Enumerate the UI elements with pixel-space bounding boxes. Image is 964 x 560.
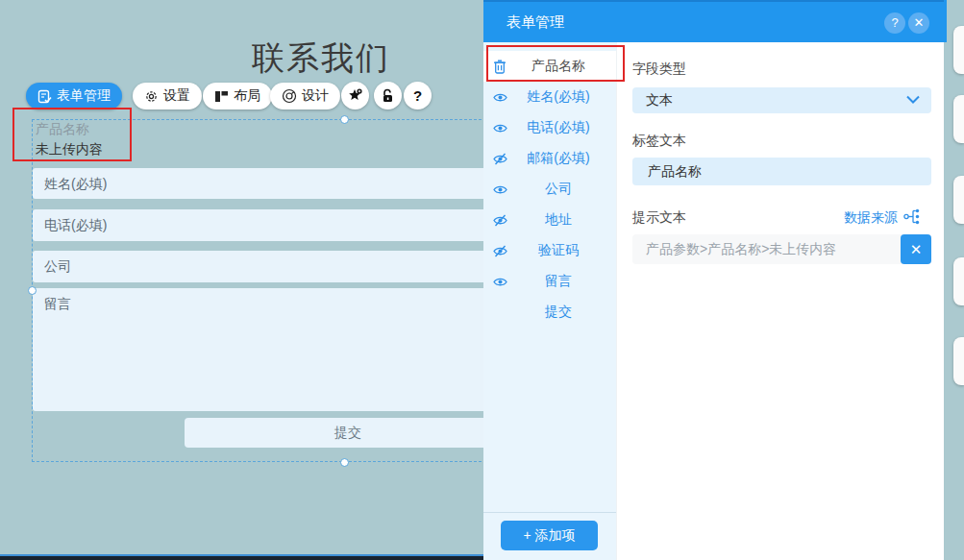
panel-close-icon[interactable]: ✕	[908, 12, 929, 34]
field-item-message[interactable]: 留言	[483, 266, 616, 297]
design-label: 设计	[302, 87, 329, 105]
hint-text-label: 提示文本	[632, 209, 686, 227]
layout-icon	[214, 89, 229, 104]
side-tool-button[interactable]	[953, 337, 964, 385]
page-title: 联系我们	[252, 37, 390, 81]
product-name-label: 产品名称	[36, 121, 89, 138]
panel-header: 表单管理 ? ✕	[483, 0, 944, 42]
section-divider	[0, 554, 483, 560]
side-tool-button[interactable]	[953, 176, 964, 224]
hint-text-input[interactable]	[632, 234, 901, 264]
hint-text-wrap: ✕	[632, 234, 931, 264]
form-editor-screen: 联系我们 表单管理 设置 布局 设计 ?	[0, 0, 964, 560]
gear-icon	[144, 89, 159, 104]
eye-icon[interactable]	[493, 123, 510, 134]
star-plus-icon	[347, 87, 363, 104]
eye-icon[interactable]	[493, 92, 510, 103]
panel-title: 表单管理	[507, 13, 564, 32]
settings-button[interactable]: 设置	[133, 83, 202, 110]
side-tool-button[interactable]	[953, 257, 964, 305]
field-item-company[interactable]: 公司	[483, 174, 616, 205]
add-field-button[interactable]: + 添加项	[501, 521, 598, 550]
chevron-down-icon	[906, 95, 920, 104]
right-edge-strip	[944, 0, 964, 560]
clear-hint-button[interactable]: ✕	[901, 234, 931, 264]
eye-off-icon[interactable]	[493, 214, 510, 227]
field-item-product-name[interactable]: 产品名称	[483, 51, 616, 82]
form-manage-label: 表单管理	[57, 87, 111, 105]
layout-label: 布局	[234, 87, 260, 105]
field-item-submit[interactable]: 提交	[483, 297, 616, 328]
phone-field[interactable]: 电话(必填)	[33, 209, 492, 241]
field-type-label: 字段类型	[632, 61, 686, 78]
resize-handle-bottom[interactable]	[340, 458, 349, 467]
help-button[interactable]: ?	[404, 82, 432, 110]
form-check-icon	[37, 89, 52, 104]
star-plus-button[interactable]	[341, 82, 369, 110]
field-type-select[interactable]: 文本	[632, 87, 931, 113]
resize-handle-top[interactable]	[340, 115, 349, 124]
label-text-label: 标签文本	[632, 133, 686, 150]
product-name-value: 未上传内容	[36, 141, 103, 158]
settings-label: 设置	[163, 87, 190, 105]
side-tool-button[interactable]	[953, 95, 964, 143]
header-edge	[944, 0, 947, 42]
field-item-name[interactable]: 姓名(必填)	[483, 82, 616, 112]
resize-handle-left[interactable]	[28, 286, 37, 295]
eye-icon[interactable]	[493, 184, 510, 195]
label-text-input[interactable]	[632, 158, 931, 185]
field-item-captcha[interactable]: 验证码	[483, 235, 616, 266]
data-source-icon[interactable]	[903, 208, 921, 225]
eye-off-icon[interactable]	[493, 153, 510, 165]
design-icon	[282, 88, 297, 104]
sidebar-divider	[483, 512, 616, 513]
eye-off-icon[interactable]	[493, 245, 510, 257]
unlock-button[interactable]	[374, 82, 402, 110]
company-field[interactable]: 公司	[33, 251, 492, 282]
name-field[interactable]: 姓名(必填)	[33, 168, 492, 199]
form-manage-panel: 表单管理 ? ✕ 产品名称 姓名(必填) 电话(必填	[483, 0, 944, 560]
message-field[interactable]: 留言	[33, 288, 492, 411]
panel-help-icon[interactable]: ?	[884, 12, 905, 34]
design-button[interactable]: 设计	[270, 83, 340, 110]
layout-button[interactable]: 布局	[203, 83, 272, 110]
eye-icon[interactable]	[493, 277, 510, 287]
data-source-link[interactable]: 数据来源	[844, 209, 898, 227]
form-manage-button[interactable]: 表单管理	[26, 83, 122, 110]
side-tool-button[interactable]	[953, 26, 964, 74]
field-item-email[interactable]: 邮箱(必填)	[483, 143, 616, 174]
field-item-phone[interactable]: 电话(必填)	[483, 112, 616, 143]
field-list-sidebar: 产品名称 姓名(必填) 电话(必填) 邮箱(必填)	[483, 42, 616, 560]
submit-button[interactable]: 提交	[185, 418, 511, 448]
trash-icon[interactable]	[493, 60, 510, 74]
field-settings: 字段类型 文本 标签文本 提示文本 数据来源 ✕	[616, 42, 944, 560]
help-icon: ?	[413, 87, 422, 104]
unlock-icon	[381, 88, 395, 104]
field-item-address[interactable]: 地址	[483, 205, 616, 235]
